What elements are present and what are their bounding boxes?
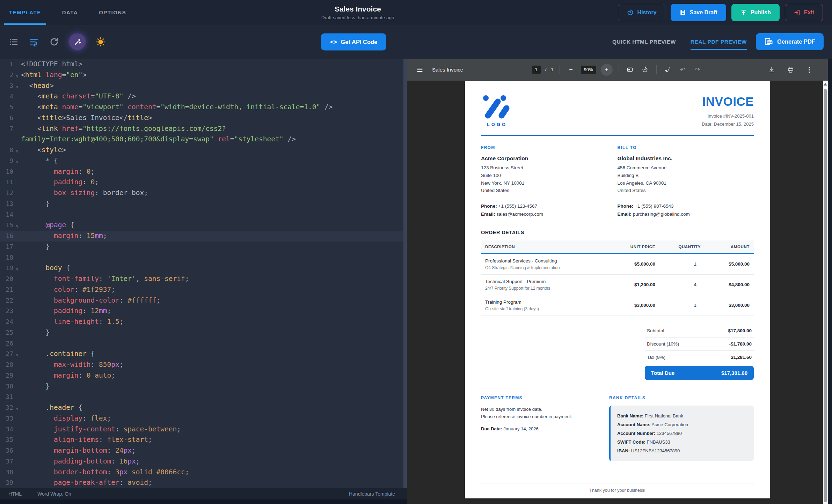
theme-sun-icon[interactable] — [95, 37, 106, 47]
fit-page-icon[interactable] — [625, 66, 635, 73]
app-right-edge — [828, 59, 832, 504]
line-number: 14 — [0, 209, 13, 220]
code-editor[interactable]: 1<!DOCTYPE html>2∨<html lang="en">3∨ <he… — [0, 59, 407, 488]
download-icon[interactable] — [766, 66, 777, 73]
page-total: 1 — [551, 67, 553, 72]
more-menu-icon[interactable]: ⋮ — [804, 66, 815, 74]
code-line[interactable]: 8∨ <style> — [0, 145, 407, 156]
code-line[interactable]: 39 page-break-after: avoid; — [0, 477, 407, 488]
code-line[interactable]: 28 max-width: 850px; — [0, 360, 407, 370]
line-number: 37 — [0, 456, 13, 467]
page-number-input[interactable]: 1 — [532, 66, 540, 74]
tab-template[interactable]: TEMPLATE — [9, 0, 41, 25]
language-mode[interactable]: HTML — [8, 491, 22, 497]
print-icon[interactable] — [785, 66, 796, 73]
code-line[interactable]: 26 — [0, 338, 407, 349]
code-line[interactable]: 17 } — [0, 242, 407, 252]
code-line[interactable]: 27∨ .container { — [0, 349, 407, 360]
code-line[interactable]: 24 line-height: 1.5; — [0, 317, 407, 327]
code-line[interactable]: 32∨ .header { — [0, 402, 407, 413]
refresh-icon[interactable] — [49, 37, 59, 47]
code-line[interactable]: 20 font-family: 'Inter', sans-serif; — [0, 274, 407, 284]
editor-scrollbar[interactable] — [403, 59, 407, 488]
code-line[interactable]: 3∨ <head> — [0, 81, 407, 91]
redo-icon[interactable]: ↷ — [693, 66, 703, 74]
fold-toggle-icon[interactable]: ∨ — [13, 220, 21, 231]
code-line[interactable]: 33 display: flex; — [0, 413, 407, 424]
code-line[interactable]: 5 <meta name="viewport" content="width=d… — [0, 102, 407, 113]
tab-real-pdf-preview[interactable]: REAL PDF PREVIEW — [691, 39, 747, 45]
code-line[interactable]: 7 <link href="https://fonts.googleapis.c… — [0, 124, 407, 134]
tab-options[interactable]: OPTIONS — [99, 0, 126, 25]
top-header: TEMPLATE DATA OPTIONS Sales Invoice Draf… — [0, 0, 832, 25]
ai-wand-button[interactable] — [69, 34, 86, 50]
history-button[interactable]: History — [618, 4, 665, 21]
line-number: 31 — [0, 392, 13, 402]
line-number: 16 — [0, 231, 13, 242]
get-api-code-button[interactable]: <> Get API Code — [321, 33, 386, 50]
pdf-menu-icon[interactable] — [415, 66, 425, 73]
annotate-pen-icon[interactable] — [663, 66, 673, 73]
word-wrap-icon[interactable] — [29, 37, 39, 47]
tab-data[interactable]: DATA — [62, 0, 78, 25]
code-line[interactable]: 10 margin: 0; — [0, 166, 407, 177]
code-line[interactable]: 25 } — [0, 327, 407, 338]
code-line[interactable]: 29 margin: 0 auto; — [0, 370, 407, 381]
code-line[interactable]: 19∨ body { — [0, 263, 407, 274]
code-line[interactable]: 21 color: #1f2937; — [0, 284, 407, 295]
code-line[interactable]: 12 box-sizing: border-box; — [0, 188, 407, 199]
code-line[interactable]: 34 justify-content: space-between; — [0, 424, 407, 435]
pdf-scrollbar-thumb[interactable] — [824, 89, 827, 502]
zoom-out-button[interactable]: − — [566, 66, 576, 73]
code-line[interactable]: 18 — [0, 252, 407, 263]
outline-list-icon[interactable] — [8, 37, 19, 47]
fold-toggle-icon[interactable]: ∨ — [13, 81, 21, 91]
fold-toggle-icon[interactable]: ∨ — [13, 156, 21, 166]
line-number: 2 — [0, 70, 13, 81]
bill-to-name: Global Industries Inc. — [618, 155, 754, 162]
code-line[interactable]: 13 } — [0, 199, 407, 209]
fold-toggle-icon[interactable]: ∨ — [13, 402, 21, 413]
code-line[interactable]: 35 align-items: flex-start; — [0, 435, 407, 445]
code-line[interactable]: 37 padding-bottom: 16px; — [0, 456, 407, 467]
tab-quick-html-preview[interactable]: QUICK HTML PREVIEW — [612, 39, 676, 45]
pdf-scrollbar[interactable] — [823, 81, 828, 504]
line-number: 25 — [0, 327, 13, 338]
code-line[interactable]: 14 — [0, 209, 407, 220]
line-number: 20 — [0, 274, 13, 284]
save-draft-button[interactable]: Save Draft — [671, 4, 726, 21]
scroll-up-arrow-icon[interactable] — [824, 83, 827, 86]
code-line[interactable]: 4 <meta charset="UTF-8" /> — [0, 91, 407, 102]
code-line[interactable]: 2∨<html lang="en"> — [0, 70, 407, 81]
code-line[interactable]: 16 margin: 15mm; — [0, 231, 407, 242]
code-line[interactable]: 38 border-bottom: 3px solid #0066cc; — [0, 467, 407, 478]
fold-toggle-icon[interactable]: ∨ — [13, 70, 21, 81]
table-row: Technical Support - Premium24/7 Priority… — [481, 274, 754, 295]
generate-pdf-button[interactable]: PDF Generate PDF — [756, 33, 824, 50]
code-line[interactable]: 6 <title>Sales Invoice</title> — [0, 113, 407, 124]
fold-toggle-icon[interactable]: ∨ — [13, 349, 21, 360]
rotate-icon[interactable] — [640, 66, 650, 73]
code-line[interactable]: 22 background-color: #ffffff; — [0, 295, 407, 306]
code-line[interactable]: 15∨ @page { — [0, 220, 407, 231]
fold-toggle-icon[interactable]: ∨ — [13, 145, 21, 156]
main-tabs: TEMPLATE DATA OPTIONS — [9, 0, 126, 25]
exit-button[interactable]: Exit — [785, 4, 823, 21]
word-wrap-toggle[interactable]: Word Wrap: On — [37, 491, 71, 497]
code-line[interactable]: family=Inter:wght@400;500;600;700&displa… — [0, 134, 407, 145]
publish-button[interactable]: Publish — [731, 4, 780, 21]
zoom-in-button[interactable]: + — [601, 64, 613, 76]
code-line[interactable]: 36 margin-bottom: 24px; — [0, 445, 407, 456]
code-line[interactable]: 1<!DOCTYPE html> — [0, 59, 407, 70]
pdf-file-icon: PDF — [764, 38, 773, 46]
zoom-level[interactable]: 90% — [581, 66, 596, 74]
payment-terms-section: PAYMENT TERMS Net 30 days from invoice d… — [481, 395, 609, 461]
code-line[interactable]: 30 } — [0, 381, 407, 392]
fold-toggle-icon[interactable]: ∨ — [13, 263, 21, 274]
undo-icon[interactable]: ↶ — [678, 66, 688, 74]
code-line[interactable]: 9∨ * { — [0, 156, 407, 166]
code-line[interactable]: 23 padding: 12mm; — [0, 306, 407, 317]
code-line[interactable]: 11 padding: 0; — [0, 177, 407, 188]
from-name: Acme Corporation — [481, 155, 618, 162]
code-line[interactable]: 31 — [0, 392, 407, 402]
